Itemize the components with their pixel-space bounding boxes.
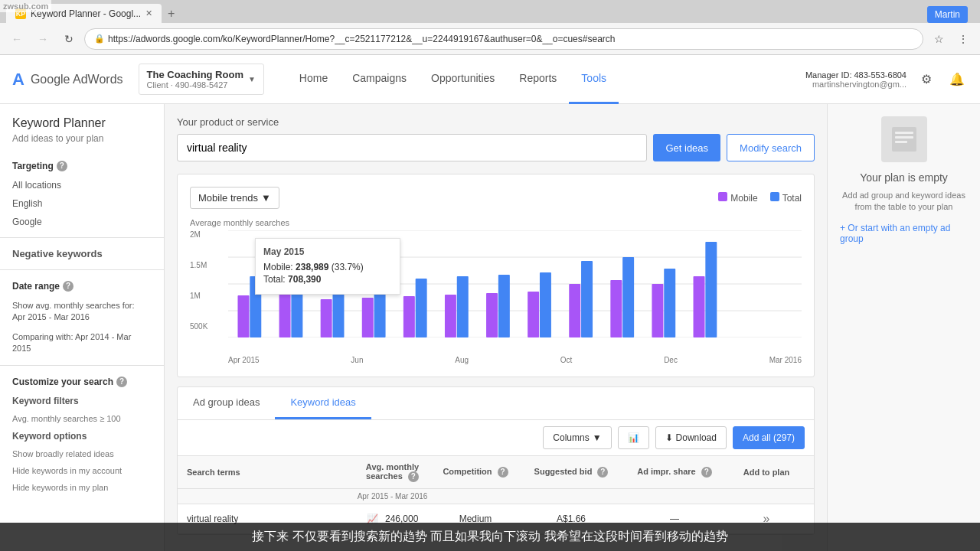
- sidebar-language[interactable]: English ✏: [0, 194, 164, 213]
- chart-container: Mobile trends ▼ Mobile Total Average mon…: [177, 174, 815, 377]
- avg-help-icon[interactable]: ?: [408, 471, 419, 482]
- sidebar-title: Keyword Planner: [0, 116, 164, 133]
- svg-rect-22: [581, 261, 593, 337]
- customize-section: Customize your search ?: [0, 372, 164, 392]
- svg-rect-27: [694, 276, 705, 337]
- settings-icon[interactable]: ⚙: [916, 69, 937, 90]
- sidebar-hide-plan: Hide keywords in my plan: [0, 479, 164, 496]
- svg-rect-29: [892, 127, 916, 152]
- tab-keyword-ideas[interactable]: Keyword ideas: [275, 387, 371, 419]
- plan-or-link[interactable]: + Or start with an empty ad group: [840, 223, 968, 244]
- col-avg-monthly: Avg. monthly searches ?: [355, 462, 430, 482]
- user-badge[interactable]: Martin: [927, 6, 968, 23]
- plan-empty-icon: [881, 116, 927, 162]
- columns-button[interactable]: Columns ▼: [543, 426, 611, 449]
- results-section: Ad group ideas Keyword ideas Columns ▼ 📊…: [177, 386, 815, 535]
- mobile-trends-button[interactable]: Mobile trends ▼: [190, 187, 279, 209]
- subtitle-bar: 接下来 不仅要看到搜索新的趋势 而且如果我向下滚动 我希望在这段时间看到移动的趋…: [0, 523, 980, 551]
- sidebar-network[interactable]: Google ✏: [0, 213, 164, 231]
- nav-item-campaigns[interactable]: Campaigns: [340, 55, 419, 104]
- close-tab-icon[interactable]: ✕: [145, 8, 152, 18]
- svg-rect-32: [895, 141, 907, 143]
- table-subheader: Apr 2015 - Mar 2016: [178, 489, 814, 504]
- refresh-button[interactable]: ↻: [58, 28, 80, 50]
- lock-icon: 🔒: [94, 34, 105, 44]
- back-button[interactable]: ←: [6, 28, 28, 50]
- download-button[interactable]: ⬇ Download: [655, 426, 727, 449]
- adwords-logo: A Google AdWords: [12, 70, 123, 90]
- new-tab-icon: +: [168, 7, 175, 21]
- svg-rect-13: [403, 296, 415, 337]
- sidebar-comparing: Comparing with: Apr 2014 - Mar 2015: [0, 328, 164, 359]
- bid-help-icon[interactable]: ?: [597, 467, 608, 478]
- plan-title: Your plan is empty: [860, 171, 948, 184]
- col-add-to-plan: Add to plan: [728, 468, 805, 477]
- nav-item-tools[interactable]: Tools: [569, 55, 619, 104]
- svg-rect-17: [486, 293, 498, 337]
- svg-rect-16: [457, 276, 469, 337]
- main-content: Your product or service Get ideas Modify…: [165, 104, 827, 551]
- nav-item-reports[interactable]: Reports: [507, 55, 569, 104]
- nav-item-home[interactable]: Home: [287, 55, 340, 104]
- bookmark-button[interactable]: ☆: [928, 28, 949, 50]
- tooltip-date: May 2015: [263, 246, 392, 257]
- svg-rect-24: [622, 257, 634, 337]
- chart-view-icon: 📊: [628, 432, 639, 443]
- svg-rect-5: [237, 295, 249, 337]
- date-range-section: Date range ?: [0, 276, 164, 296]
- dropdown-icon: ▼: [248, 75, 256, 83]
- svg-rect-30: [895, 132, 913, 134]
- sidebar-location[interactable]: All locations ✏: [0, 176, 164, 194]
- forward-button[interactable]: →: [32, 28, 54, 50]
- sidebar-show-broadly: Show broadly related ideas: [0, 445, 164, 462]
- modify-search-button[interactable]: Modify search: [727, 134, 815, 161]
- date-range-help-icon[interactable]: ?: [63, 281, 74, 292]
- settings-button[interactable]: ⋮: [952, 28, 974, 50]
- chart-legend: Mobile Total: [718, 192, 802, 204]
- svg-rect-21: [569, 284, 580, 337]
- targeting-section: Targeting ?: [0, 156, 164, 176]
- search-input[interactable]: [177, 134, 647, 161]
- address-bar[interactable]: 🔒 https://adwords.google.com/ko/KeywordP…: [84, 28, 923, 50]
- nav-item-opportunities[interactable]: Opportunities: [419, 55, 507, 104]
- chart-tooltip: May 2015 Mobile: 238,989 (33.7%) Total: …: [255, 238, 400, 295]
- download-icon: ⬇: [665, 432, 673, 443]
- col-ad-impr: Ad impr. share ?: [621, 467, 728, 478]
- mobile-legend-dot: [718, 192, 727, 201]
- notifications-icon[interactable]: 🔔: [946, 69, 968, 90]
- nav-right: Manager ID: 483-553-6804 martinshervingt…: [805, 69, 968, 90]
- y-axis: 2M 1.5M 1M 500K: [190, 230, 224, 353]
- impr-help-icon[interactable]: ?: [701, 467, 712, 478]
- account-name: The Coaching Room: [147, 69, 243, 80]
- col-competition: Competition ?: [430, 467, 521, 478]
- svg-rect-15: [445, 295, 456, 337]
- x-axis: Apr 2015 Jun Aug Oct Dec Mar 2016: [228, 356, 802, 364]
- sidebar-negative-keywords[interactable]: Negative keywords ✏: [0, 244, 164, 263]
- svg-rect-25: [652, 284, 663, 337]
- customize-help-icon[interactable]: ?: [116, 377, 127, 387]
- get-ideas-button[interactable]: Get ideas: [653, 134, 720, 161]
- watermark: zwsub.com: [0, 0, 51, 12]
- top-nav: A Google AdWords The Coaching Room Clien…: [0, 55, 980, 104]
- svg-rect-18: [498, 275, 510, 337]
- competition-help-icon[interactable]: ?: [498, 467, 508, 478]
- add-all-button[interactable]: Add all (297): [733, 426, 805, 449]
- subheader-date-range: Apr 2015 - Mar 2016: [355, 492, 430, 500]
- col-suggested-bid: Suggested bid ?: [521, 467, 621, 478]
- chart-area: 2M 1.5M 1M 500K: [190, 230, 802, 353]
- manager-email: martinshervington@gm...: [805, 80, 906, 89]
- browser-tab-2[interactable]: +: [162, 4, 181, 23]
- logo-text: Google AdWords: [31, 73, 123, 86]
- svg-rect-11: [362, 298, 374, 337]
- svg-rect-9: [321, 299, 332, 337]
- svg-rect-14: [416, 279, 427, 337]
- sidebar-keyword-options[interactable]: Keyword options ✏: [0, 427, 164, 445]
- sidebar-keyword-filters[interactable]: Keyword filters ✏: [0, 392, 164, 410]
- targeting-help-icon[interactable]: ?: [57, 161, 67, 171]
- account-selector[interactable]: The Coaching Room Client · 490-498-5427 …: [139, 64, 264, 95]
- tab-ad-group[interactable]: Ad group ideas: [178, 387, 275, 419]
- chart-view-button[interactable]: 📊: [618, 426, 649, 449]
- sidebar-avg-monthly: Avg. monthly searches ≥ 100: [0, 410, 164, 427]
- total-legend-dot: [770, 192, 779, 201]
- tabs: Ad group ideas Keyword ideas: [178, 387, 814, 420]
